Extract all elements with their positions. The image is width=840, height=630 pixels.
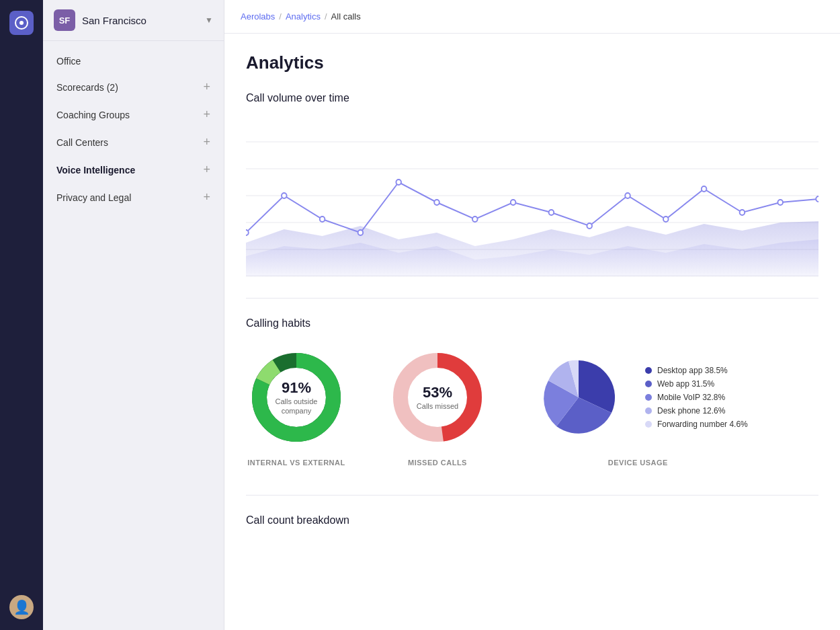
sidebar-chevron-icon: ▼: [205, 15, 213, 25]
device-usage-wrapper: Desktop app 38.5% Web app 31.5% Mobile V…: [528, 347, 748, 448]
chart-point-6: [434, 200, 439, 205]
sidebar-item-voice-intelligence-plus: +: [203, 163, 210, 177]
section-divider-1: [246, 298, 818, 299]
legend-label-desktop: Desktop app 38.5%: [657, 366, 728, 375]
chart-line-main: [246, 182, 818, 233]
missed-calls-center: 53% Calls missed: [417, 384, 458, 411]
main-area: Aerolabs / Analytics / All calls Analyti…: [224, 0, 840, 630]
chart-area-middle: [246, 221, 818, 276]
sidebar-item-call-centers-label: Call Centers: [56, 137, 108, 148]
sidebar-item-voice-intelligence-label: Voice Intelligence: [56, 165, 135, 175]
breadcrumb-sep-2: /: [325, 11, 327, 22]
top-bar: Aerolabs / Analytics / All calls: [224, 0, 840, 34]
sidebar-item-coaching-groups-label: Coaching Groups: [56, 110, 130, 120]
sidebar-avatar-initials: SF: [59, 15, 71, 26]
sidebar-item-office-label: Office: [56, 56, 81, 67]
internal-vs-external-item: 91% Calls outside company INTERNAL VS EX…: [246, 347, 347, 467]
call-volume-title: Call volume over time: [246, 92, 818, 104]
sidebar-item-scorecards[interactable]: Scorecards (2) +: [43, 73, 224, 101]
breadcrumb-section[interactable]: Analytics: [286, 11, 321, 22]
call-volume-svg: [246, 115, 818, 276]
call-volume-chart: [246, 115, 818, 276]
chart-point-12: [663, 216, 669, 222]
user-avatar[interactable]: 👤: [9, 595, 34, 619]
chart-point-14: [740, 210, 745, 215]
content-area: Analytics Call volume over time: [224, 34, 840, 630]
sidebar-item-office[interactable]: Office: [43, 49, 224, 73]
chart-point-2: [282, 193, 287, 198]
chart-point-16: [816, 196, 818, 202]
legend-item-forwarding: Forwarding number 4.6%: [645, 420, 748, 429]
internal-external-label: INTERNAL VS EXTERNAL: [247, 459, 345, 467]
missed-calls-donut: 53% Calls missed: [387, 347, 488, 448]
sidebar-item-coaching-groups-plus: +: [203, 108, 210, 122]
sidebar: SF San Francisco ▼ Office Scorecards (2)…: [43, 0, 224, 630]
app-logo[interactable]: [9, 11, 34, 35]
sidebar-nav: Office Scorecards (2) + Coaching Groups …: [43, 41, 224, 219]
chart-point-5: [396, 180, 401, 185]
legend-dot-forwarding: [645, 421, 652, 428]
habits-grid: 91% Calls outside company INTERNAL VS EX…: [246, 340, 818, 473]
chart-point-10: [587, 223, 592, 229]
breadcrumb-sep-1: /: [279, 11, 282, 22]
device-usage-svg: [528, 347, 629, 448]
sidebar-item-voice-intelligence[interactable]: Voice Intelligence +: [43, 156, 224, 184]
missed-calls-item: 53% Calls missed MISSED CALLS: [387, 347, 488, 467]
legend-label-forwarding: Forwarding number 4.6%: [657, 420, 748, 429]
chart-point-15: [778, 200, 783, 205]
legend-item-desktop: Desktop app 38.5%: [645, 366, 748, 375]
device-usage-legend: Desktop app 38.5% Web app 31.5% Mobile V…: [645, 366, 748, 429]
call-count-breakdown-section: Call count breakdown: [246, 514, 818, 526]
chart-point-9: [549, 210, 554, 215]
sidebar-item-coaching-groups[interactable]: Coaching Groups +: [43, 101, 224, 128]
legend-item-mobilevoip: Mobile VoIP 32.8%: [645, 393, 748, 402]
chart-point-4: [358, 230, 364, 235]
missed-calls-sub: Calls missed: [417, 401, 458, 411]
legend-dot-deskphone: [645, 407, 652, 414]
chart-point-7: [472, 216, 478, 222]
calling-habits-title: Calling habits: [246, 317, 818, 329]
sidebar-item-privacy-legal-label: Privacy and Legal: [56, 192, 131, 203]
breadcrumb-current: All calls: [331, 11, 361, 22]
legend-dot-mobilevoip: [645, 394, 652, 401]
legend-item-webapp: Web app 31.5%: [645, 379, 748, 389]
legend-label-mobilevoip: Mobile VoIP 32.8%: [657, 393, 725, 402]
sidebar-item-privacy-legal-plus: +: [203, 190, 210, 204]
section-divider-2: [246, 495, 818, 496]
sidebar-item-call-centers[interactable]: Call Centers +: [43, 128, 224, 156]
call-volume-section: Call volume over time: [246, 92, 818, 276]
legend-dot-desktop: [645, 367, 652, 374]
sidebar-location-name: San Francisco: [82, 15, 198, 26]
sidebar-item-call-centers-plus: +: [203, 135, 210, 149]
svg-point-1: [19, 21, 24, 25]
sidebar-header[interactable]: SF San Francisco ▼: [43, 0, 224, 41]
call-count-breakdown-title: Call count breakdown: [246, 514, 818, 526]
calling-habits-section: Calling habits 91%: [246, 317, 818, 473]
legend-dot-webapp: [645, 381, 652, 387]
chart-point-13: [702, 186, 707, 192]
internal-external-sub: Calls outside company: [271, 397, 322, 416]
device-usage-label: DEVICE USAGE: [608, 459, 668, 467]
page-title: Analytics: [246, 52, 818, 73]
legend-item-deskphone: Desk phone 12.6%: [645, 406, 748, 416]
missed-calls-pct: 53%: [417, 384, 458, 401]
sidebar-item-scorecards-label: Scorecards (2): [56, 82, 118, 93]
legend-label-deskphone: Desk phone 12.6%: [657, 406, 725, 416]
breadcrumb-org[interactable]: Aerolabs: [241, 11, 275, 22]
chart-point-3: [320, 216, 325, 222]
sidebar-item-scorecards-plus: +: [203, 80, 210, 94]
legend-label-webapp: Web app 31.5%: [657, 379, 714, 389]
left-navigation: 👤: [0, 0, 43, 630]
internal-external-pct: 91%: [271, 379, 322, 397]
sidebar-avatar: SF: [54, 9, 75, 31]
device-usage-item: Desktop app 38.5% Web app 31.5% Mobile V…: [528, 347, 748, 467]
missed-calls-label: MISSED CALLS: [408, 459, 467, 467]
chart-point-8: [511, 200, 516, 205]
internal-external-center: 91% Calls outside company: [271, 379, 322, 416]
sidebar-item-privacy-legal[interactable]: Privacy and Legal +: [43, 184, 224, 211]
device-usage-pie: [528, 347, 629, 448]
internal-vs-external-donut: 91% Calls outside company: [246, 347, 347, 448]
chart-point-1: [246, 230, 249, 235]
chart-point-11: [625, 193, 630, 198]
